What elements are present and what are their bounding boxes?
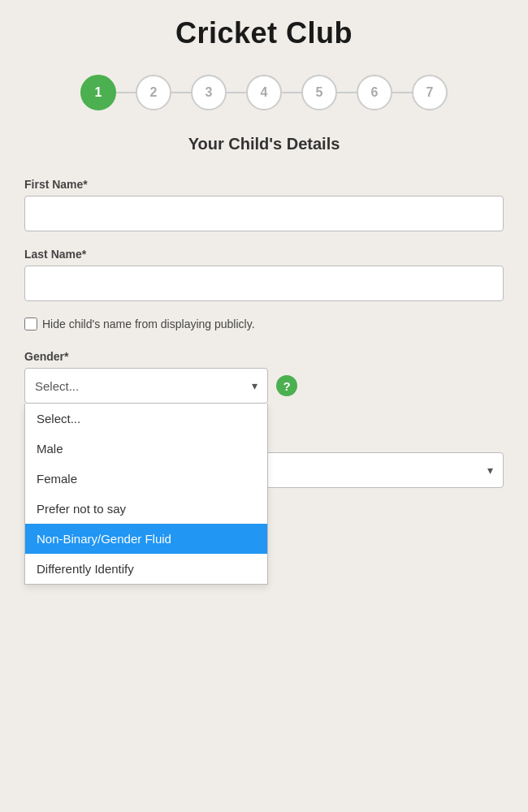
step-5[interactable]: 5 <box>301 75 337 110</box>
gender-option-select[interactable]: Select... <box>25 404 267 434</box>
first-name-label: First Name* <box>24 178 504 191</box>
step-connector-6-7 <box>392 92 412 93</box>
step-1[interactable]: 1 <box>80 75 116 110</box>
step-3[interactable]: 3 <box>191 75 227 110</box>
gender-select-value: Select... <box>35 379 79 393</box>
gender-dropdown-list: Select... Male Female Prefer not to say … <box>24 404 268 585</box>
steps-progress: 1 2 3 4 5 6 7 <box>24 75 504 110</box>
first-name-group: First Name* <box>24 178 504 231</box>
page-title: Cricket Club <box>24 16 504 50</box>
last-name-label: Last Name* <box>24 248 504 261</box>
chevron-down-icon-2: ▾ <box>487 464 493 477</box>
last-name-input[interactable] <box>24 266 504 301</box>
gender-option-non-binary[interactable]: Non-Binary/Gender Fluid <box>25 524 267 554</box>
step-connector-4-5 <box>282 92 301 93</box>
first-name-input[interactable] <box>24 196 504 231</box>
step-7[interactable]: 7 <box>412 75 448 110</box>
gender-help-icon[interactable]: ? <box>276 375 297 396</box>
step-6[interactable]: 6 <box>357 75 392 110</box>
gender-option-female[interactable]: Female <box>25 464 267 494</box>
gender-select-wrapper: Select... ▾ Select... Male Female Prefer… <box>24 368 504 404</box>
gender-option-differently[interactable]: Differently Identify <box>25 554 267 584</box>
gender-group: Gender* Select... ▾ Select... Male Femal… <box>24 350 504 404</box>
step-connector-2-3 <box>171 92 191 93</box>
step-connector-5-6 <box>337 92 357 93</box>
hide-name-checkbox[interactable] <box>24 317 37 330</box>
hide-name-row: Hide child's name from displaying public… <box>24 317 504 330</box>
gender-option-prefer-not[interactable]: Prefer not to say <box>25 494 267 524</box>
gender-option-male[interactable]: Male <box>25 434 267 464</box>
chevron-down-icon: ▾ <box>252 379 258 392</box>
step-4[interactable]: 4 <box>246 75 282 110</box>
step-connector-3-4 <box>227 92 246 93</box>
gender-select-trigger[interactable]: Select... ▾ <box>24 368 268 404</box>
step-2[interactable]: 2 <box>136 75 171 110</box>
section-title: Your Child's Details <box>24 135 504 153</box>
step-connector-1-2 <box>116 92 136 93</box>
page-container: Cricket Club 1 2 3 4 5 6 7 Your Child's … <box>0 0 528 812</box>
last-name-group: Last Name* <box>24 248 504 301</box>
gender-label: Gender* <box>24 350 504 363</box>
hide-name-label: Hide child's name from displaying public… <box>42 317 255 330</box>
